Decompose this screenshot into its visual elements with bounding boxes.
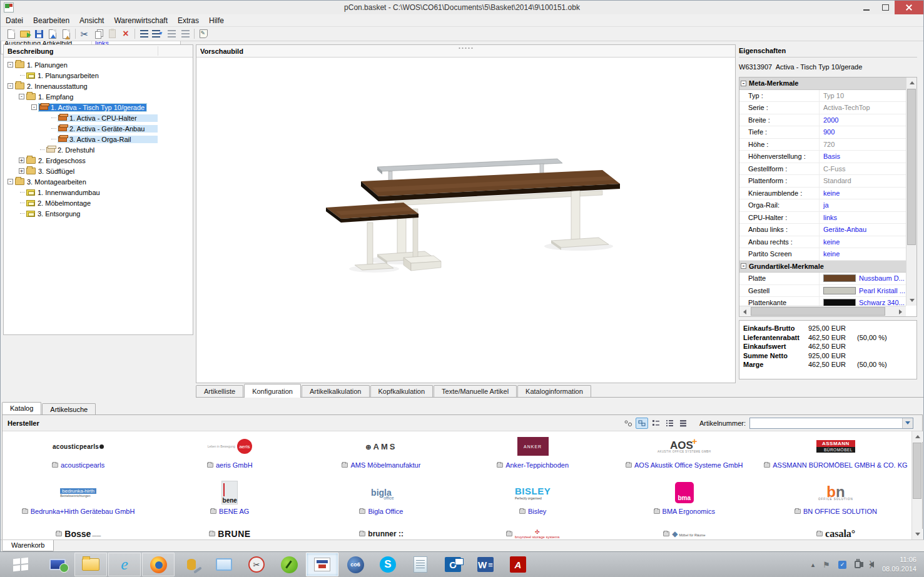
show-hidden-icons-button[interactable]: ▴: [811, 561, 815, 569]
manufacturer-cell[interactable]: biglaoffice Bigla Office: [305, 480, 457, 526]
tab-kopfkalkulation[interactable]: Kopfkalkulation: [370, 385, 434, 398]
notes-icon[interactable]: [196, 28, 210, 40]
manufacturer-cell[interactable]: bma BMA Ergonomics: [609, 480, 760, 526]
file-explorer-icon[interactable]: [74, 553, 107, 576]
group-grundartikel-merkmale[interactable]: - Grundartikel-Merkmale: [739, 261, 906, 273]
tab-artikelkalkulation[interactable]: Artikelkalkulation: [302, 385, 370, 398]
property-row[interactable]: Gestellform :C-Fuss: [739, 163, 906, 176]
tab-artikelsuche[interactable]: Artikelsuche: [42, 403, 96, 415]
skype-icon[interactable]: S: [372, 553, 404, 576]
property-row[interactable]: Höhenverstellung :Basis: [739, 151, 906, 163]
expander-icon[interactable]: -: [8, 62, 13, 68]
tree-item-highlighted[interactable]: 1. Activa - CPU-Halter: [5, 113, 193, 123]
tree-item[interactable]: - 2. Innenausstattung: [5, 81, 193, 91]
tree-item-highlighted[interactable]: 2. Activa - Geräte-Anbau: [5, 123, 193, 134]
manufacturer-cell[interactable]: BISLEYPerfectly organised Bisley: [457, 480, 609, 526]
menu-datei[interactable]: Datei: [1, 15, 28, 26]
sort-list-icon[interactable]: ▼: [151, 28, 165, 40]
remote-desktop-icon[interactable]: [41, 553, 74, 576]
tree-item-selected[interactable]: - 1. Activa - Tisch Typ 10/gerade: [5, 102, 193, 113]
minimize-button[interactable]: [857, 1, 876, 14]
manufacturer-cell[interactable]: acousticpearls acousticpearls: [3, 434, 154, 480]
collapse-icon[interactable]: -: [741, 263, 746, 269]
property-row[interactable]: Tiefe :900: [739, 126, 906, 139]
manufacturer-cell[interactable]: ASSMANNBÜROMÖBEL ASSMANN BÜROMÖBEL GMBH …: [760, 434, 911, 480]
tab-konfiguration[interactable]: Konfiguration: [244, 384, 301, 398]
internet-explorer-icon[interactable]: e: [108, 553, 141, 576]
tree-item[interactable]: + 2. Erdgeschoss: [5, 155, 193, 166]
tree-item[interactable]: - 3. Montagearbeiten: [5, 176, 193, 187]
property-row[interactable]: Knieraumblende :keine: [739, 188, 906, 200]
manufacturer-cell[interactable]: AOS+AKUSTIK OFFICE SYSTEME GMBH AOS Akus…: [609, 434, 760, 480]
splitter-grip[interactable]: [458, 47, 474, 49]
property-row[interactable]: Typ :Typ 10: [739, 90, 906, 103]
manufacturer-cell[interactable]: Leben in Bewegungaeris aeris GmbH: [154, 434, 305, 480]
tree-item[interactable]: 2. Möbelmontage: [5, 198, 193, 208]
network-icon[interactable]: [855, 561, 861, 568]
tree-item-highlighted[interactable]: 3. Activa - Orga-Rail: [5, 134, 193, 144]
expander-icon[interactable]: -: [31, 104, 37, 110]
scrollbar-thumb[interactable]: [913, 443, 921, 499]
menu-extras[interactable]: Extras: [173, 15, 204, 26]
tab-warenkorb[interactable]: Warenkorb: [2, 540, 54, 551]
manufacturer-cell[interactable]: casala°: [760, 526, 911, 539]
artikelnummer-input[interactable]: [751, 419, 900, 428]
collapse-icon[interactable]: -: [741, 81, 746, 86]
manufacturer-cell[interactable]: bruynzeel storage systems: [457, 526, 609, 539]
expander-icon[interactable]: +: [19, 168, 24, 174]
material-swatch[interactable]: [823, 287, 856, 294]
menu-hilfe[interactable]: Hilfe: [204, 15, 229, 26]
scroll-down-button[interactable]: [912, 529, 923, 539]
tab-kataloginformation[interactable]: Kataloginformation: [517, 385, 591, 398]
report-icon[interactable]: [46, 28, 59, 40]
save-icon[interactable]: [32, 28, 46, 40]
new-document-icon[interactable]: [4, 28, 18, 40]
scroll-right-button[interactable]: [895, 306, 906, 317]
view-details-button[interactable]: [663, 418, 676, 429]
property-row[interactable]: Höhe :720: [739, 139, 906, 151]
property-row[interactable]: Partito Screenkeine: [739, 248, 906, 261]
cut-icon[interactable]: ✂: [78, 28, 91, 40]
outlook-icon[interactable]: O: [437, 553, 469, 576]
property-row[interactable]: Breite :2000: [739, 114, 906, 127]
co6-app-icon[interactable]: co6: [339, 553, 372, 576]
expander-icon[interactable]: -: [19, 94, 24, 99]
manufacturer-cell[interactable]: Möbel für Räume: [609, 526, 760, 539]
scroll-up-button[interactable]: [912, 431, 923, 442]
tree-item[interactable]: 1. Planungsarbeiten: [5, 70, 193, 81]
artikelnummer-combobox[interactable]: [749, 418, 913, 429]
property-grid-horizontal-scrollbar[interactable]: [739, 306, 906, 316]
view-list-button[interactable]: [649, 418, 662, 429]
article-list-icon[interactable]: [137, 28, 151, 40]
volume-icon[interactable]: [869, 561, 874, 568]
manufacturer-cell[interactable]: Bosse: [3, 526, 154, 539]
restore-button[interactable]: [876, 1, 895, 14]
property-grid-vertical-scrollbar[interactable]: [906, 78, 916, 306]
tree-item[interactable]: + 3. Südflügel: [5, 166, 193, 176]
manufacturer-cell[interactable]: ANKER Anker-Teppichboden: [457, 434, 609, 480]
pcon-basket-taskbar-icon[interactable]: [306, 553, 338, 576]
delete-icon[interactable]: ×: [119, 28, 133, 40]
expander-icon[interactable]: -: [8, 179, 13, 184]
copy-icon[interactable]: [91, 28, 105, 40]
notepad-icon[interactable]: [404, 553, 437, 576]
property-row[interactable]: CPU-Halter :links: [739, 212, 906, 224]
property-row[interactable]: GestellPearl Kristall ...: [739, 285, 906, 298]
manufacturer-cell[interactable]: AMS AMS Möbelmanufaktur: [305, 434, 457, 480]
property-row[interactable]: Serie :Activa-TechTop: [739, 102, 906, 114]
tab-katalog[interactable]: Katalog: [2, 402, 41, 415]
start-button[interactable]: [0, 553, 41, 576]
manufacturer-cell[interactable]: brunner ::: [305, 526, 457, 539]
manufacturer-cell[interactable]: bnOFFICE SOLUTION BN OFFICE SOLUTION: [760, 480, 911, 526]
view-large-icons-button[interactable]: [622, 418, 634, 429]
scroll-up-button[interactable]: [906, 78, 917, 88]
scroll-left-button[interactable]: [739, 306, 750, 317]
group-meta-merkmale[interactable]: - Meta-Merkmale: [739, 78, 906, 90]
scrollbar-thumb[interactable]: [907, 89, 916, 245]
close-button[interactable]: [895, 1, 923, 14]
firefox-icon[interactable]: [142, 553, 175, 576]
tree-item[interactable]: 2. Drehstuhl: [5, 144, 193, 155]
tree-item[interactable]: - 1. Empfang: [5, 91, 193, 102]
word-icon[interactable]: W: [469, 553, 502, 576]
action-center-icon[interactable]: ⚑: [823, 560, 830, 569]
